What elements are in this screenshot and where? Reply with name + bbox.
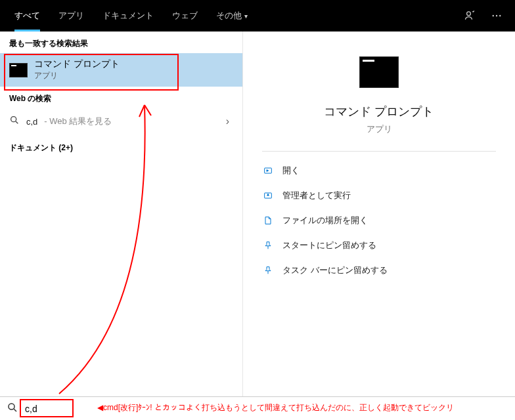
- tab-more[interactable]: その他▾: [207, 0, 257, 32]
- svg-point-1: [493, 15, 494, 16]
- result-subtitle: アプリ: [34, 70, 233, 81]
- action-open-file-location[interactable]: ファイルの場所を開く: [259, 208, 499, 233]
- best-match-header: 最も一致する検索結果: [0, 32, 242, 53]
- best-match-result[interactable]: コマンド プロンプト アプリ: [0, 53, 242, 87]
- action-open-location-label: ファイルの場所を開く: [282, 215, 368, 226]
- preview-subtitle: アプリ: [367, 123, 392, 135]
- options-icon[interactable]: [483, 3, 510, 29]
- action-run-admin-label: 管理者として実行: [282, 190, 351, 201]
- svg-point-7: [9, 404, 14, 410]
- web-hint: - Web 結果を見る: [44, 116, 112, 127]
- tab-apps[interactable]: アプリ: [49, 0, 93, 32]
- documents-header[interactable]: ドキュメント (2+): [0, 135, 242, 161]
- main-area: 最も一致する検索結果 コマンド プロンプト アプリ Web の検索 c,d - …: [0, 32, 515, 396]
- tab-all-label: すべて: [14, 10, 40, 22]
- chevron-down-icon: ▾: [244, 12, 248, 20]
- chevron-right-icon: ›: [226, 116, 233, 127]
- preview-panel: コマンド プロンプト アプリ 開く 管理者として実行 ファイルの場所を開く スタ…: [243, 32, 515, 396]
- search-icon: [9, 115, 20, 128]
- action-pin-to-start[interactable]: スタートにピン留めする: [259, 233, 499, 258]
- tab-documents[interactable]: ドキュメント: [93, 0, 163, 32]
- action-run-as-admin[interactable]: 管理者として実行: [259, 183, 499, 208]
- web-result[interactable]: c,d - Web 結果を見る ›: [0, 108, 242, 135]
- preview-title: コマンド プロンプト: [324, 104, 434, 119]
- web-query: c,d: [26, 117, 37, 127]
- action-open[interactable]: 開く: [259, 158, 499, 183]
- tab-all[interactable]: すべて: [5, 0, 49, 32]
- svg-point-4: [11, 117, 16, 122]
- annotation-text: ◀cmd[改行]ﾀｰﾝ! とカッコよく打ち込もうとして間違えて打ち込んだのに、正…: [97, 402, 454, 413]
- web-search-header: Web の検索: [0, 87, 242, 108]
- preview-actions: 開く 管理者として実行 ファイルの場所を開く スタートにピン留めする タスク バ…: [243, 152, 515, 289]
- tab-more-label: その他: [216, 10, 242, 22]
- action-pin-taskbar-label: タスク バーにピン留めする: [282, 264, 388, 276]
- cmd-icon: [9, 63, 28, 77]
- preview-cmd-icon: [359, 56, 399, 88]
- search-icon: [7, 402, 18, 416]
- result-text: コマンド プロンプト アプリ: [34, 58, 233, 81]
- results-panel: 最も一致する検索結果 コマンド プロンプト アプリ Web の検索 c,d - …: [0, 32, 243, 396]
- tab-web-label: ウェブ: [172, 10, 198, 22]
- svg-point-0: [467, 12, 471, 16]
- search-tabs-bar: すべて アプリ ドキュメント ウェブ その他▾: [0, 0, 515, 32]
- action-pin-start-label: スタートにピン留めする: [282, 240, 376, 251]
- svg-point-2: [496, 15, 497, 16]
- tab-docs-label: ドキュメント: [102, 10, 154, 22]
- feedback-icon[interactable]: [457, 3, 483, 29]
- svg-point-3: [499, 15, 501, 16]
- result-title: コマンド プロンプト: [34, 58, 233, 70]
- tab-web[interactable]: ウェブ: [163, 0, 207, 32]
- action-open-label: 開く: [282, 165, 300, 177]
- action-pin-to-taskbar[interactable]: タスク バーにピン留めする: [259, 258, 499, 283]
- tab-apps-label: アプリ: [58, 10, 84, 22]
